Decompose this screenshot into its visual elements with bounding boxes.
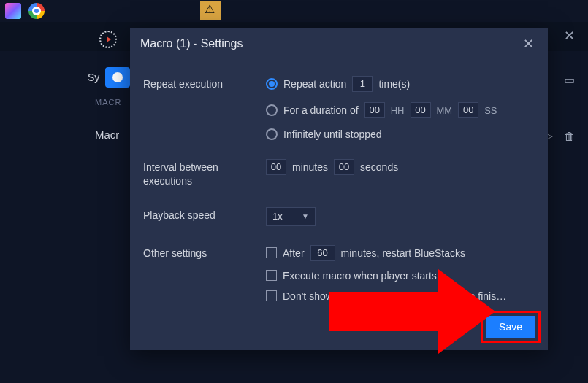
macro-settings-dialog: Macro (1) - Settings ✕ Repeat execution … (130, 28, 548, 350)
background-record-indicator-icon (99, 31, 117, 48)
select-playback-value: 1x (272, 211, 283, 222)
checkbox-execute-on-start[interactable] (266, 270, 277, 281)
bg-label-sy: Sy (88, 71, 99, 83)
dialog-header: Macro (1) - Settings ✕ (130, 28, 548, 60)
label-interval: Interval between executions (143, 159, 253, 188)
text-restart-prefix: After (283, 247, 305, 259)
row-other-settings: Other settings After 60 minutes, restart… (143, 245, 535, 302)
checkbox-hide-macro-window[interactable] (266, 290, 277, 301)
close-icon[interactable]: ✕ (519, 34, 538, 53)
input-interval-minutes[interactable]: 00 (266, 159, 286, 175)
background-close-icon[interactable]: ✕ (564, 28, 575, 44)
text-interval-seconds: seconds (360, 161, 398, 173)
row-playback-speed: Playback speed 1x ▼ (143, 207, 535, 226)
input-interval-seconds[interactable]: 00 (334, 159, 354, 175)
bg-label-macr: MACR (95, 98, 121, 107)
bg-app-icon (5, 3, 21, 19)
text-hide-macro-window: Don't show macro window when execution f… (283, 290, 506, 302)
label-ss: SS (484, 105, 497, 116)
chevron-down-icon: ▼ (302, 212, 309, 220)
dialog-title: Macro (1) - Settings (140, 37, 243, 50)
radio-duration[interactable] (266, 104, 278, 116)
input-repeat-times[interactable]: 1 (352, 76, 373, 92)
save-button[interactable]: Save (486, 316, 535, 338)
label-playback-speed: Playback speed (143, 207, 253, 223)
label-other-settings: Other settings (143, 245, 253, 260)
label-hh: HH (391, 105, 405, 116)
text-repeat-action-prefix: Repeat action (283, 78, 346, 90)
input-duration-hh[interactable]: 00 (364, 102, 385, 118)
input-duration-mm[interactable]: 00 (411, 102, 431, 118)
save-highlight-box: Save (481, 311, 541, 343)
text-restart-suffix: minutes, restart BlueStacks (341, 247, 465, 259)
row-repeat-execution: Repeat execution Repeat action 1 time(s)… (143, 76, 535, 140)
text-interval-minutes: minutes (292, 161, 328, 173)
text-duration-prefix: For a duration of (283, 104, 359, 116)
select-playback-speed[interactable]: 1x ▼ (266, 207, 316, 226)
row-interval: Interval between executions 00 minutes 0… (143, 159, 535, 188)
text-execute-on-start: Execute macro when player starts (283, 270, 437, 282)
chrome-icon (28, 3, 45, 19)
bg-app-warning-icon (200, 1, 221, 20)
record-button[interactable] (105, 67, 130, 88)
label-mm: MM (437, 105, 453, 116)
radio-repeat-action[interactable] (266, 78, 278, 90)
folder-icon[interactable]: ▭ (564, 73, 575, 87)
text-repeat-action-suffix: time(s) (378, 78, 410, 90)
input-restart-minutes[interactable]: 60 (310, 245, 335, 261)
background-taskbar (0, 0, 588, 22)
radio-infinite[interactable] (266, 128, 278, 140)
text-infinite: Infinitely until stopped (283, 128, 382, 140)
checkbox-restart-bluestacks[interactable] (266, 247, 277, 258)
trash-icon[interactable]: 🗑 (564, 130, 575, 142)
label-repeat-execution: Repeat execution (143, 76, 253, 91)
input-duration-ss[interactable]: 00 (458, 102, 478, 118)
bg-label-macro: Macr (95, 128, 119, 141)
